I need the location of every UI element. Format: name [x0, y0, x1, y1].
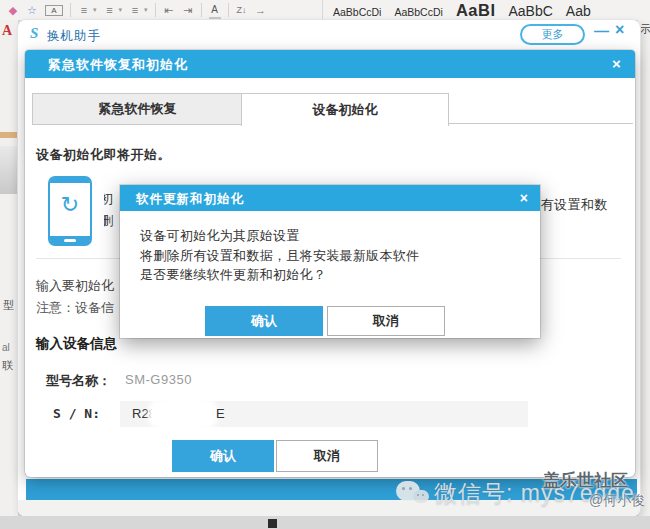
ribbon-separator: [70, 3, 71, 17]
clipped-note-line: 注意：设备信: [36, 299, 114, 317]
word-doc-fragment: [0, 146, 18, 194]
dialog-title: 紧急软件恢复和初始化: [48, 56, 188, 74]
model-name-value: SM-G9350: [125, 372, 192, 387]
word-doc-fragment: 联: [2, 358, 13, 373]
chevron-down-icon: ▾: [144, 1, 148, 19]
community-watermark: 盖乐世社区: [543, 469, 628, 492]
desktop-bottom-strip: [0, 516, 650, 529]
modal-message-line: 设备可初始化为其原始设置: [140, 226, 419, 246]
window-title: 换机助手: [47, 28, 101, 45]
confirm-button[interactable]: 确认: [172, 440, 274, 472]
phone-top-bar: [50, 178, 90, 183]
software-update-modal: 软件更新和初始化 × 设备可初始化为其原始设置 将删除所有设置和数据，且将安装最…: [120, 185, 540, 338]
word-ribbon-icons: ◆ ☆ A ≡▾ ≡▾ ≡▾ ⇤ ⇥ A Z↓ →: [0, 1, 267, 19]
word-doc-fragment: 示: [640, 22, 650, 37]
taskbar-fragment: [268, 519, 277, 528]
ribbon-separator: [201, 3, 202, 17]
author-watermark: @何小俊: [589, 492, 645, 510]
refresh-icon: ↻: [50, 192, 90, 218]
wechat-bubble-small: [413, 490, 429, 503]
sort-icon[interactable]: Z↓: [236, 1, 248, 19]
pinyin-guide-icon[interactable]: ☆: [26, 1, 38, 19]
tab-emergency-recovery[interactable]: 紧急软件恢复: [32, 93, 243, 125]
chevron-down-icon: ▾: [93, 1, 97, 19]
tab-device-initialization[interactable]: 设备初始化: [241, 93, 449, 126]
window-close-button[interactable]: ×: [615, 21, 624, 39]
character-border-icon[interactable]: A: [45, 5, 63, 16]
clipped-instruction-line: 输入要初始化: [36, 277, 114, 295]
bullets-icon[interactable]: ≡: [78, 1, 90, 19]
redaction-blur: [152, 403, 214, 425]
modal-confirm-button[interactable]: 确认: [205, 306, 323, 336]
wechat-icon: [396, 481, 436, 508]
increase-indent-icon[interactable]: ⇥: [182, 1, 194, 19]
word-ribbon-strip: ◆ ☆ A ≡▾ ≡▾ ≡▾ ⇤ ⇥ A Z↓ → AaBbCcDi AaBbC…: [0, 0, 650, 21]
style-item[interactable]: Aab: [566, 3, 591, 19]
word-style-gallery: AaBbCcDi AaBbCcDi AaBI AaBbC Aab: [322, 0, 591, 20]
word-left-edge: A 型 al 联: [0, 20, 18, 516]
cancel-button[interactable]: 取消: [276, 440, 378, 472]
modal-title: 软件更新和初始化: [136, 191, 244, 208]
dialog-close-icon[interactable]: ×: [612, 55, 621, 72]
modal-message-line: 将删除所有设置和数据，且将安装最新版本软件: [140, 246, 419, 266]
style-item[interactable]: AaBbCcDi: [394, 6, 442, 18]
character-shading-icon[interactable]: A: [209, 1, 221, 19]
more-button[interactable]: 更多: [520, 24, 585, 45]
word-doc-fragment: A: [2, 23, 12, 39]
show-marks-icon[interactable]: →: [255, 1, 267, 19]
ribbon-separator: [155, 3, 156, 17]
style-item[interactable]: AaBbCcDi: [333, 6, 381, 18]
phone-reset-icon: ↻: [48, 176, 92, 246]
format-painter-icon[interactable]: ◆: [7, 1, 19, 19]
word-doc-fragment: [0, 132, 18, 138]
modal-message: 设备可初始化为其原始设置 将删除所有设置和数据，且将安装最新版本软件 是否要继续…: [140, 226, 419, 285]
modal-cancel-button[interactable]: 取消: [327, 306, 445, 336]
modal-close-icon[interactable]: ×: [520, 190, 528, 206]
serial-number-label: S / N:: [53, 406, 100, 421]
init-start-heading: 设备初始化即将开始。: [36, 146, 171, 164]
style-item[interactable]: AaBbC: [508, 3, 552, 19]
style-item[interactable]: AaBI: [456, 1, 496, 20]
serial-number-input[interactable]: R28 E: [120, 401, 528, 427]
model-name-label: 型号名称：: [46, 372, 111, 390]
modal-message-line: 是否要继续软件更新和初始化？: [140, 265, 419, 285]
app-logo: S: [30, 25, 38, 42]
clipped-text-fragment: 删: [104, 212, 118, 228]
minimize-button[interactable]: —: [594, 22, 609, 39]
word-doc-fragment: al: [2, 342, 10, 353]
ribbon-separator: [228, 3, 229, 17]
chevron-down-icon: ▾: [119, 1, 123, 19]
serial-number-suffix: E: [216, 401, 225, 427]
phone-home-slot: [64, 239, 76, 242]
device-info-section-title: 输入设备信息: [36, 335, 117, 353]
numbering-icon[interactable]: ≡: [104, 1, 116, 19]
word-doc-fragment: 型: [3, 298, 14, 313]
decrease-indent-icon[interactable]: ⇤: [163, 1, 175, 19]
clipped-text-fragment: 初: [104, 190, 118, 206]
multilevel-list-icon[interactable]: ≡: [129, 1, 141, 19]
